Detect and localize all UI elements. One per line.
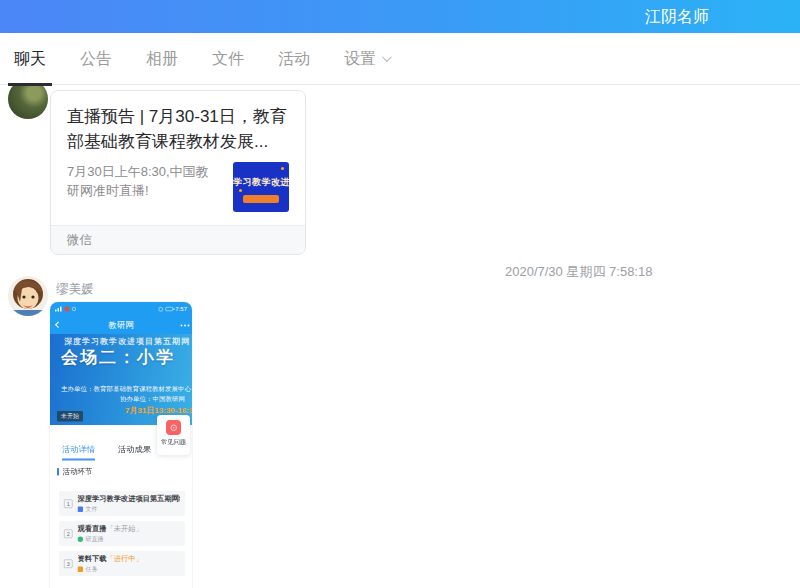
faq-label: 常见问题 [157,438,190,447]
item-subrow: 研直播 [78,535,143,544]
live-icon [78,537,84,543]
sender-name: 缪美媛 [56,281,94,298]
link-card-description: 7月30日上午8:30,中国教研网准时直播! [67,162,219,212]
battery-icon [165,307,173,311]
item-status: 「未开始」 [107,524,143,532]
phone-screenshot-content: 7:57 教研网 深度学习教学改进项目第五期网 会场二：小学 主办单位：教育部基… [50,302,192,588]
link-card-body: 7月30日上午8:30,中国教研网准时直播! 学习教学改进 [51,160,305,225]
item-title: 资料下载「进行中」 [78,554,143,564]
status-tag: 未开始 [57,411,83,422]
event-banner: 深度学习教学改进项目第五期网 会场二：小学 主办单位：教育部基础教育课程教材发展… [50,334,192,425]
link-preview-card[interactable]: 直播预告 | 7月30-31日，教育部基础教育课程教材发展... 7月30日上午… [50,90,306,255]
section-bar-icon [57,468,59,476]
image-attachment[interactable]: 7:57 教研网 深度学习教学改进项目第五期网 会场二：小学 主办单位：教育部基… [50,302,192,588]
phone-tabs: 活动详情 活动成果 [62,444,151,461]
item-type: 文件 [86,505,98,514]
item-status: 「进行中」 [107,554,143,562]
more-options-icon [184,325,186,327]
decorative-star-icon [281,167,284,170]
item-type: 任务 [86,565,98,574]
item-number: 3 [64,559,73,568]
section-header: 活动环节 [57,467,93,477]
tab-bar: 聊天 公告 相册 文件 活动 设置 [0,33,800,85]
tab-announcements[interactable]: 公告 [76,33,116,85]
item-number: 2 [64,529,73,538]
back-arrow-icon [55,322,61,328]
notification-badge-icon [65,307,70,312]
tab-activities[interactable]: 活动 [274,33,314,85]
phone-nav-bar: 教研网 [50,316,192,334]
phone-tab-details: 活动详情 [62,444,95,461]
link-card-source: 微信 [51,225,305,254]
decorative-star-icon [239,189,242,192]
phone-nav-title: 教研网 [108,319,134,331]
chevron-down-icon [382,52,392,62]
cartoon-avatar-image [8,276,48,316]
status-icon [72,307,76,311]
banner-host: 主办单位：教育部基础教育课程教材发展中心 [61,384,191,393]
task-icon [78,567,84,573]
link-card-thumbnail: 学习教学改进 [233,162,289,212]
item-subrow: 文件 [78,505,181,514]
activity-item: 3 资料下载「进行中」 任务 [59,551,185,576]
alarm-icon [158,307,163,312]
item-type: 研直播 [86,535,104,544]
link-card-title: 直播预告 | 7月30-31日，教育部基础教育课程教材发展... [67,104,289,154]
faq-icon [170,424,177,431]
tab-chat[interactable]: 聊天 [10,33,50,85]
tab-files[interactable]: 文件 [208,33,248,85]
message-timestamp: 2020/7/30 星期四 7:58:18 [505,263,652,281]
signal-icon [55,307,62,312]
tab-album[interactable]: 相册 [142,33,182,85]
banner-cohost: 协办单位：中国教研网 [120,394,185,403]
file-icon [78,507,84,513]
avatar[interactable] [8,276,48,316]
banner-title: 会场二：小学 [61,346,175,369]
item-subrow: 任务 [78,565,143,574]
thumbnail-text: 学习教学改进 [233,176,289,189]
group-title: 江阴名师 [645,7,709,28]
section-title: 活动环节 [63,467,93,477]
phone-status-bar: 7:57 [50,302,192,316]
activity-item: 1 深度学习教学改进项目第五期网络研修班研修日 文件 [59,491,185,516]
item-number: 1 [64,499,73,508]
faq-button [166,420,181,435]
item-title: 深度学习教学改进项目第五期网络研修班研修日 [78,494,181,504]
status-time: 7:57 [175,306,187,313]
phone-tab-results: 活动成果 [118,444,151,461]
faq-floating-card: 常见问题 [157,415,190,455]
thumbnail-badge [243,195,279,203]
banner-subtitle: 深度学习教学改进项目第五期网 [64,336,190,347]
activity-item: 2 观看直播「未开始」 研直播 [59,521,185,546]
group-header-bar: 江阴名师 [0,0,800,33]
chat-app-window: 江阴名师 聊天 公告 相册 文件 活动 设置 直播预告 | 7月30-31日，教… [0,0,800,588]
item-title: 观看直播「未开始」 [78,524,143,534]
tab-settings[interactable]: 设置 [340,33,393,85]
